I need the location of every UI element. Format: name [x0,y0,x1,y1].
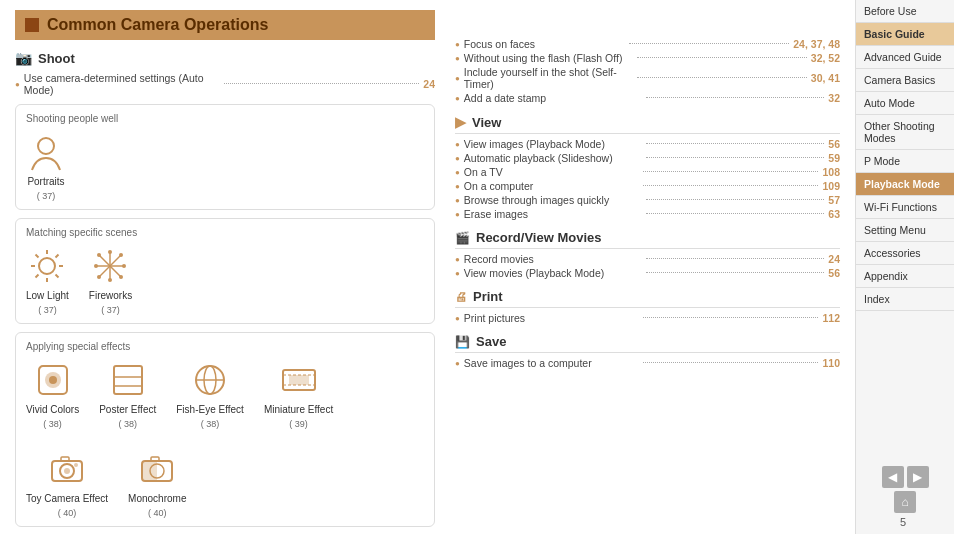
card-item-fireworks: Fireworks ( 37) [89,246,132,315]
toy-ref: ( 40) [58,508,77,518]
print-section-title: 🖨 Print [455,289,840,308]
miniature-ref: ( 39) [289,419,308,429]
record-item-1-text: View movies (Playback Mode) [464,267,642,279]
nav-home-button[interactable]: ⌂ [894,491,916,513]
top-item-2-ref: 30, 41 [811,72,840,84]
print-item-0-text: Print pictures [464,312,639,324]
fireworks-label: Fireworks [89,290,132,301]
record-section: 🎬 Record/View Movies Record movies 24 Vi… [455,230,840,279]
page-title-text: Common Camera Operations [47,16,268,34]
sidebar-item-auto-mode[interactable]: Auto Mode [856,92,954,115]
card-title-effects: Applying special effects [26,341,424,352]
card-item-fisheye: Fish-Eye Effect ( 38) [176,360,244,429]
top-item-1-text: Without using the flash (Flash Off) [464,52,633,64]
view-item-1-ref: 59 [828,152,840,164]
mono-ref: ( 40) [148,508,167,518]
svg-rect-47 [151,457,159,461]
svg-line-17 [99,266,110,277]
portraits-label: Portraits [27,176,64,187]
view-item-2: On a TV 108 [455,166,840,178]
sidebar-item-camera-basics[interactable]: Camera Basics [856,69,954,92]
svg-point-23 [119,275,123,279]
top-item-0: Focus on faces 24, 37, 48 [455,38,840,50]
view-item-5-ref: 63 [828,208,840,220]
svg-point-22 [97,253,101,257]
svg-point-20 [94,264,98,268]
card-scenes: Matching specific scenes [15,218,435,324]
main-content: Common Camera Operations 📷 Shoot Use cam… [0,0,855,534]
view-section: ▶ View View images (Playback Mode) 56 Au… [455,114,840,220]
svg-line-15 [110,266,121,277]
card-item-poster: Poster Effect ( 38) [99,360,156,429]
view-item-1: Automatic playback (Slideshow) 59 [455,152,840,164]
shoot-label: Shoot [38,51,75,66]
sidebar-item-p-mode[interactable]: P Mode [856,150,954,173]
card-item-vivid: Vivid Colors ( 38) [26,360,79,429]
svg-line-8 [56,255,59,258]
fisheye-icon [190,360,230,400]
svg-rect-36 [289,375,309,385]
sidebar-item-wifi[interactable]: Wi-Fi Functions [856,196,954,219]
svg-point-25 [97,275,101,279]
right-column: Focus on faces 24, 37, 48 Without using … [455,10,840,524]
sidebar-item-appendix[interactable]: Appendix [856,265,954,288]
svg-point-43 [74,463,78,467]
save-title: Save [476,334,506,349]
record-item-0-ref: 24 [828,253,840,265]
card-shooting-people: Shooting people well Portraits ( 37) [15,104,435,210]
left-column: Common Camera Operations 📷 Shoot Use cam… [15,10,435,524]
record-item-0: Record movies 24 [455,253,840,265]
sidebar-item-advanced-guide[interactable]: Advanced Guide [856,46,954,69]
sidebar-item-basic-guide[interactable]: Basic Guide [856,23,954,46]
top-item-3: Add a date stamp 32 [455,92,840,104]
sidebar-item-before-use[interactable]: Before Use [856,0,954,23]
vivid-label: Vivid Colors [26,404,79,415]
top-item-1-ref: 32, 52 [811,52,840,64]
shoot-item-text: Use camera-determined settings (Auto Mod… [24,72,220,96]
vivid-ref: ( 38) [43,419,62,429]
record-icon: 🎬 [455,231,470,245]
svg-line-7 [56,275,59,278]
svg-rect-29 [114,366,142,394]
svg-line-6 [36,255,39,258]
svg-point-19 [108,278,112,282]
card-item-toy: Toy Camera Effect ( 40) [26,449,108,518]
svg-line-16 [110,255,121,266]
sidebar-item-playback[interactable]: Playback Mode [856,173,954,196]
view-item-1-text: Automatic playback (Slideshow) [464,152,642,164]
sidebar-item-index[interactable]: Index [856,288,954,311]
card-title-people: Shooting people well [26,113,424,124]
view-item-5-text: Erase images [464,208,642,220]
save-item-0: Save images to a computer 110 [455,357,840,369]
top-item-0-text: Focus on faces [464,38,625,50]
toy-camera-icon [47,449,87,489]
sidebar-item-setting[interactable]: Setting Menu [856,219,954,242]
save-item-0-ref: 110 [822,357,840,369]
dots [629,43,790,44]
save-section: 💾 Save Save images to a computer 110 [455,334,840,369]
print-title: Print [473,289,503,304]
top-items-section: Focus on faces 24, 37, 48 Without using … [455,38,840,104]
nav-next-button[interactable]: ▶ [907,466,929,488]
toy-label: Toy Camera Effect [26,493,108,504]
fisheye-ref: ( 38) [201,419,220,429]
nav-prev-button[interactable]: ◀ [882,466,904,488]
portrait-icon [26,132,66,172]
view-item-4-ref: 57 [828,194,840,206]
camera-icon: 📷 [15,50,32,66]
view-section-title: ▶ View [455,114,840,134]
view-icon: ▶ [455,114,466,130]
lowlight-ref: ( 37) [38,305,57,315]
print-item-0: Print pictures 112 [455,312,840,324]
svg-point-41 [64,468,70,474]
dots [224,83,420,84]
svg-point-18 [108,250,112,254]
fireworks-icon [90,246,130,286]
view-item-5: Erase images 63 [455,208,840,220]
sidebar-item-other-shooting[interactable]: Other Shooting Modes [856,115,954,150]
card-effects: Applying special effects Vivid Colors ( … [15,332,435,527]
card-item-lowlight: Low Light ( 37) [26,246,69,315]
top-item-1: Without using the flash (Flash Off) 32, … [455,52,840,64]
mono-icon [137,449,177,489]
sidebar-item-accessories[interactable]: Accessories [856,242,954,265]
